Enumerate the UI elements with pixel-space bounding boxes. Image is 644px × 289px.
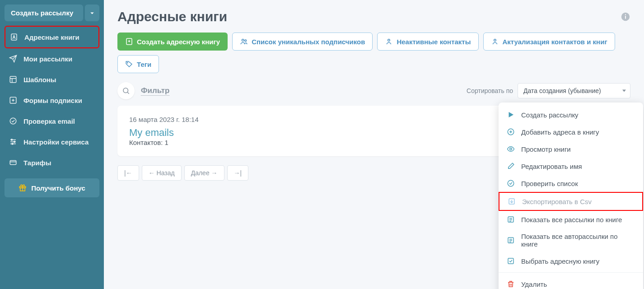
svg-point-20 xyxy=(123,88,128,93)
tags-button[interactable]: Теги xyxy=(117,55,159,73)
export-icon xyxy=(508,197,516,205)
menu-label: Экспортировать в Csv xyxy=(522,198,592,205)
card-context-menu: Создать рассылку Добавить адреса в книгу… xyxy=(499,103,643,289)
menu-export-csv[interactable]: Экспортировать в Csv xyxy=(499,192,643,211)
pager-last-button[interactable]: →| xyxy=(227,165,249,181)
pager-first-button[interactable]: |← xyxy=(117,165,139,181)
sort-label: Сортировать по xyxy=(467,87,513,94)
search-button[interactable] xyxy=(117,82,135,99)
tag-icon xyxy=(125,60,133,68)
menu-label: Выбрать адресную книгу xyxy=(521,257,599,265)
sidebar: Создать рассылку Адресные книги Мои расс… xyxy=(0,0,104,289)
sidebar-item-templates[interactable]: Шаблоны xyxy=(5,69,99,90)
menu-label: Редактировать имя xyxy=(521,163,582,170)
pager-next-button[interactable]: Далее → xyxy=(184,165,224,181)
svg-point-26 xyxy=(508,180,514,186)
button-label: Список уникальных подписчиков xyxy=(252,38,365,46)
menu-view-book[interactable]: Просмотр книги xyxy=(499,140,643,158)
button-label: Создать адресную книгу xyxy=(137,38,220,46)
menu-check-list[interactable]: Проверить список xyxy=(499,175,643,192)
menu-show-auto-campaigns[interactable]: Показать все авторассылки по книге xyxy=(499,228,643,252)
sidebar-item-address-books[interactable]: Адресные книги xyxy=(5,26,99,48)
play-icon xyxy=(507,111,515,119)
svg-point-13 xyxy=(625,14,626,15)
info-icon[interactable] xyxy=(621,12,630,22)
svg-point-25 xyxy=(510,148,512,150)
filter-toggle[interactable]: Фильтр xyxy=(141,86,169,96)
card-title-link[interactable]: My emails xyxy=(129,127,174,138)
menu-label: Добавить адреса в книгу xyxy=(521,128,599,136)
create-address-book-button[interactable]: Создать адресную книгу xyxy=(117,33,228,51)
svg-point-16 xyxy=(245,40,247,42)
inactive-contacts-button[interactable]: Неактивные контакты xyxy=(377,33,478,51)
menu-add-addresses[interactable]: Добавить адреса в книгу xyxy=(499,123,643,140)
svg-point-7 xyxy=(12,143,13,144)
trash-icon xyxy=(507,280,515,288)
form-icon xyxy=(9,96,17,104)
svg-point-1 xyxy=(14,36,15,37)
user-inactive-icon xyxy=(385,37,393,46)
gift-icon xyxy=(19,184,27,192)
sidebar-item-campaigns[interactable]: Мои рассылки xyxy=(5,48,99,69)
sidebar-item-label: Формы подписки xyxy=(23,97,82,104)
menu-show-campaigns[interactable]: Показать все рассылки по книге xyxy=(499,211,643,228)
list-icon xyxy=(507,215,515,224)
sidebar-item-label: Адресные книги xyxy=(24,33,79,41)
svg-point-4 xyxy=(10,118,16,124)
main-content: Адресные книги Создать адресную книгу Сп… xyxy=(104,0,644,289)
action-bar: Создать адресную книгу Список уникальных… xyxy=(117,33,630,73)
sidebar-item-label: Мои рассылки xyxy=(23,55,72,63)
book-plus-icon xyxy=(125,37,133,46)
svg-point-19 xyxy=(127,62,128,63)
sort-select[interactable]: Дата создания (убывание) xyxy=(518,83,630,98)
menu-label: Показать все авторассылки по книге xyxy=(521,233,635,248)
svg-point-17 xyxy=(388,39,390,42)
sidebar-item-label: Проверка email xyxy=(23,117,75,125)
svg-rect-8 xyxy=(10,161,16,165)
check-circle-icon xyxy=(507,179,515,187)
menu-label: Создать рассылку xyxy=(521,111,579,119)
button-label: Теги xyxy=(137,61,151,68)
sidebar-item-label: Настройки сервиса xyxy=(23,138,89,146)
sidebar-item-verify-email[interactable]: Проверка email xyxy=(5,111,99,131)
plus-circle-icon xyxy=(507,128,515,136)
svg-rect-12 xyxy=(625,16,626,19)
menu-create-campaign[interactable]: Создать рассылку xyxy=(499,106,643,123)
actualize-contacts-button[interactable]: Актуализация контактов и книг xyxy=(483,33,615,51)
chevron-down-icon xyxy=(88,9,96,17)
svg-point-18 xyxy=(494,39,496,42)
eye-icon xyxy=(507,145,515,153)
get-bonus-button[interactable]: Получить бонус xyxy=(5,178,99,197)
sliders-icon xyxy=(9,138,17,146)
sidebar-item-forms[interactable]: Формы подписки xyxy=(5,90,99,111)
sidebar-item-tariffs[interactable]: Тарифы xyxy=(5,152,99,173)
users-icon xyxy=(240,37,248,46)
sidebar-item-label: Шаблоны xyxy=(23,76,56,84)
svg-rect-30 xyxy=(508,258,513,264)
menu-label: Показать все рассылки по книге xyxy=(521,216,622,224)
checkbox-icon xyxy=(507,257,515,265)
create-campaign-dropdown[interactable] xyxy=(85,5,99,21)
auto-list-icon xyxy=(507,236,515,244)
sidebar-item-settings[interactable]: Настройки сервиса xyxy=(5,131,99,152)
svg-rect-2 xyxy=(10,76,16,83)
menu-rename[interactable]: Редактировать имя xyxy=(499,158,643,175)
pager-prev-button[interactable]: ← Назад xyxy=(142,165,182,181)
menu-delete[interactable]: Удалить xyxy=(499,275,643,289)
button-label: Актуализация контактов и книг xyxy=(503,38,607,46)
pencil-icon xyxy=(507,162,515,170)
menu-label: Проверить список xyxy=(521,180,578,187)
send-icon xyxy=(9,55,17,63)
unique-subscribers-button[interactable]: Список уникальных подписчиков xyxy=(232,33,373,51)
search-icon xyxy=(122,87,130,95)
menu-divider xyxy=(499,272,643,273)
svg-point-6 xyxy=(14,141,15,143)
create-campaign-button[interactable]: Создать рассылку xyxy=(5,5,83,21)
template-icon xyxy=(9,75,17,84)
sidebar-item-label: Тарифы xyxy=(23,159,51,167)
card-icon xyxy=(9,158,17,167)
menu-select-book[interactable]: Выбрать адресную книгу xyxy=(499,252,643,270)
button-label: Неактивные контакты xyxy=(397,38,471,46)
bonus-label: Получить бонус xyxy=(31,184,85,192)
svg-point-5 xyxy=(11,139,13,140)
